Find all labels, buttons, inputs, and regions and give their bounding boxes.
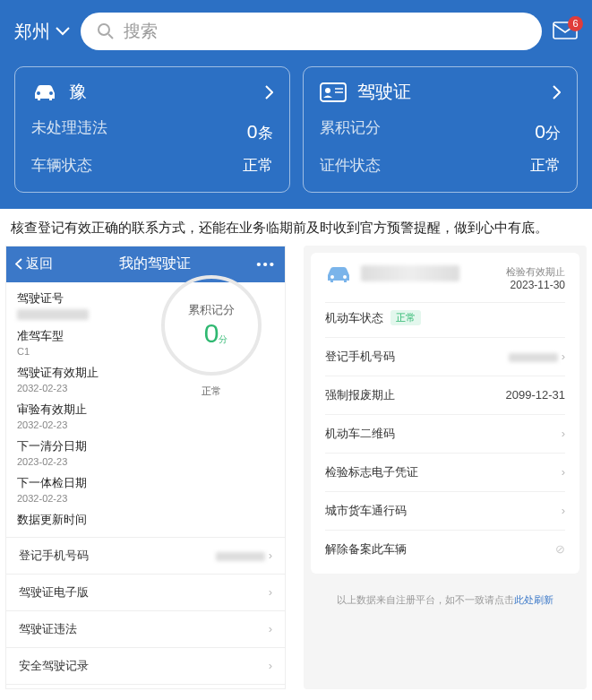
panel-title: 我的驾驶证	[53, 255, 256, 273]
masked-phone	[216, 552, 265, 561]
app-header: 郑州 搜索 6 豫 未处理违法 0条 车辆状态 正常	[0, 0, 592, 209]
row-unbind[interactable]: 解除备案此车辆 ⊘	[325, 530, 565, 568]
points-gauge: 累积记分 0分 正常	[149, 275, 274, 398]
nav-label: 驾驶证违法	[19, 621, 77, 637]
summary-cards: 豫 未处理违法 0条 车辆状态 正常 驾驶证 累积记分 0分	[14, 66, 578, 193]
phone-value	[509, 353, 558, 362]
license-status-value: 正常	[530, 151, 561, 181]
update-time-label: 数据更新时间	[17, 513, 274, 528]
next-check-value: 2032-02-23	[17, 493, 274, 504]
points-unit: 分	[545, 125, 561, 142]
search-input[interactable]: 搜索	[81, 13, 542, 50]
gauge-status: 正常	[149, 385, 274, 398]
chevron-right-icon: ›	[562, 465, 565, 479]
back-button[interactable]: 返回	[15, 255, 53, 272]
row-qrcode[interactable]: 机动车二维码 ›	[325, 414, 565, 453]
nav-item-record[interactable]: 安全驾驶记录 ›	[6, 648, 285, 685]
nav-item-violation[interactable]: 驾驶证违法 ›	[6, 611, 285, 648]
svg-point-4	[325, 88, 330, 93]
city-selector[interactable]: 郑州	[14, 20, 70, 44]
vehicle-card-detail: 检验有效期止 2023-11-30 机动车状态 正常 登记手机号码 › 强制报废…	[311, 253, 579, 574]
top-bar: 郑州 搜索 6	[14, 13, 578, 50]
mail-button[interactable]: 6	[553, 22, 578, 42]
row-cert[interactable]: 检验标志电子凭证 ›	[325, 453, 565, 491]
row-phone[interactable]: 登记手机号码 ›	[325, 337, 565, 376]
chevron-right-icon	[265, 85, 273, 99]
nav-label: 登记手机号码	[19, 548, 89, 564]
unbind-icon: ⊘	[555, 542, 565, 556]
nav-item-elicense[interactable]: 驾驶证电子版 ›	[6, 575, 285, 611]
license-status-label: 证件状态	[320, 151, 381, 181]
svg-point-7	[330, 275, 334, 279]
description-text: 核查登记有效正确的联系方式，还能在业务临期前及时收到官方预警提醒，做到心中有底。	[0, 209, 592, 246]
gauge-title: 累积记分	[188, 302, 235, 318]
chevron-right-icon: ›	[269, 622, 272, 635]
license-card[interactable]: 驾驶证 累积记分 0分 证件状态 正常	[303, 66, 579, 193]
refresh-link[interactable]: 此处刷新	[514, 594, 553, 605]
veh-status-label: 机动车状态	[325, 310, 383, 326]
row-scrap[interactable]: 强制报废期止 2099-12-31	[325, 376, 565, 414]
detail-panels: 返回 我的驾驶证 ••• 累积记分 0分 正常 驾驶证号 准驾车型	[0, 246, 592, 689]
mail-badge: 6	[568, 16, 583, 31]
row-label: 强制报废期止	[325, 387, 395, 403]
inspect-expiry-label: 检验有效期止	[506, 265, 565, 279]
car-icon	[31, 82, 58, 102]
city-name: 郑州	[14, 20, 50, 44]
scrap-value: 2099-12-31	[506, 388, 566, 402]
row-pass[interactable]: 城市货车通行码 ›	[325, 491, 565, 530]
gauge-value: 0	[204, 318, 219, 348]
gauge-unit: 分	[219, 334, 227, 344]
license-title: 驾驶证	[357, 80, 411, 104]
license-detail-panel: 返回 我的驾驶证 ••• 累积记分 0分 正常 驾驶证号 准驾车型	[5, 246, 286, 689]
plate-prefix: 豫	[69, 80, 87, 104]
vehicle-detail-panel: 检验有效期止 2023-11-30 机动车状态 正常 登记手机号码 › 强制报废…	[304, 246, 587, 689]
review-label: 审验有效期止	[17, 402, 274, 418]
points-value: 0	[535, 121, 545, 142]
plate-value	[361, 265, 459, 281]
row-label: 解除备案此车辆	[325, 541, 407, 557]
chevron-left-icon	[15, 258, 22, 270]
nav-label: 驾驶证电子版	[19, 584, 89, 601]
footnote: 以上数据来自注册平台，如不一致请点击此处刷新	[304, 581, 587, 619]
points-label: 累积记分	[320, 113, 381, 151]
violations-label: 未处理违法	[31, 113, 107, 151]
review-value: 2032-02-23	[17, 419, 274, 430]
row-label: 登记手机号码	[325, 349, 395, 365]
veh-status-tag: 正常	[390, 310, 421, 325]
nav-list: 登记手机号码 › 驾驶证电子版 › 驾驶证违法 › 安全驾驶记录 ›	[6, 537, 285, 685]
chevron-right-icon: ›	[562, 504, 565, 517]
panel-body: 累积记分 0分 正常 驾驶证号 准驾车型 C1 驾驶证有效期止 2032-02-…	[6, 282, 285, 688]
violations-unit: 条	[258, 125, 273, 142]
next-clear-value: 2023-02-23	[17, 456, 274, 467]
search-placeholder: 搜索	[124, 20, 158, 43]
next-check-label: 下一体检日期	[17, 476, 274, 491]
search-icon	[97, 22, 115, 40]
car-icon	[325, 265, 352, 283]
row-label: 机动车二维码	[325, 426, 395, 442]
svg-point-8	[343, 275, 347, 279]
vehicle-status-label: 车辆状态	[31, 151, 92, 181]
inspect-expiry-date: 2023-11-30	[506, 279, 565, 291]
footnote-text: 以上数据来自注册平台，如不一致请点击	[337, 594, 514, 605]
row-label: 城市货车通行码	[325, 503, 407, 519]
license-no-value	[17, 309, 89, 320]
chevron-right-icon: ›	[269, 549, 272, 562]
svg-point-0	[99, 24, 109, 35]
more-button[interactable]: •••	[256, 256, 276, 272]
next-clear-label: 下一清分日期	[17, 439, 274, 454]
svg-line-1	[108, 34, 113, 39]
violations-count: 0	[247, 121, 258, 142]
row-label: 检验标志电子凭证	[325, 464, 418, 480]
vehicle-card[interactable]: 豫 未处理违法 0条 车辆状态 正常	[14, 66, 290, 193]
chevron-right-icon: ›	[562, 350, 565, 363]
chevron-down-icon	[56, 27, 70, 36]
chevron-right-icon	[553, 85, 561, 99]
chevron-right-icon: ›	[562, 427, 565, 440]
chevron-right-icon: ›	[269, 585, 272, 599]
back-label: 返回	[26, 255, 53, 272]
id-card-icon	[320, 82, 347, 102]
nav-item-phone[interactable]: 登记手机号码 ›	[6, 538, 285, 575]
chevron-right-icon: ›	[269, 659, 272, 672]
nav-label: 安全驾驶记录	[19, 658, 89, 674]
vehicle-status-value: 正常	[243, 151, 273, 181]
